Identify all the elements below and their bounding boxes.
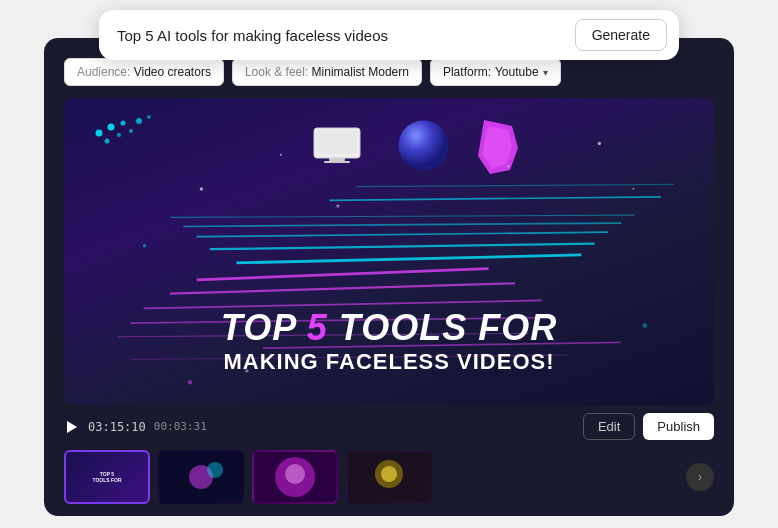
title-part1: TOP	[221, 307, 307, 348]
look-feel-value: Minimalist Modern	[312, 65, 409, 79]
svg-point-43	[285, 464, 305, 484]
platform-value: Youtube	[495, 65, 539, 79]
thumbnail-1[interactable]: TOP 5TOOLS FOR	[64, 450, 150, 504]
main-card: Audience: Video creators Look & feel: Mi…	[44, 38, 734, 516]
thumbnail-strip: TOP 5TOOLS FOR	[64, 446, 714, 504]
play-icon[interactable]	[64, 419, 80, 435]
svg-marker-37	[67, 421, 77, 433]
thumbnail-3[interactable]	[252, 450, 338, 504]
time-current: 03:15:10	[88, 420, 146, 434]
next-arrow-button[interactable]: ›	[686, 463, 714, 491]
video-title-overlay: TOP 5 TOOLS FOR MAKING FACELESS VIDEOS!	[221, 307, 557, 375]
svg-point-32	[632, 188, 634, 190]
video-preview: TOP 5 TOOLS FOR MAKING FACELESS VIDEOS!	[64, 98, 714, 405]
audience-label: Audience:	[77, 65, 130, 79]
svg-point-33	[143, 244, 146, 247]
svg-point-30	[507, 165, 509, 167]
svg-point-28	[280, 154, 282, 156]
control-bar: 03:15:10 00:03:31 Edit Publish	[64, 405, 714, 446]
svg-point-29	[336, 204, 339, 207]
look-feel-option[interactable]: Look & feel: Minimalist Modern	[232, 58, 422, 86]
thumb-1-inner: TOP 5TOOLS FOR	[66, 452, 148, 502]
svg-point-36	[643, 323, 648, 328]
options-row: Audience: Video creators Look & feel: Mi…	[64, 58, 714, 86]
chevron-down-icon: ▾	[543, 67, 548, 78]
audience-option[interactable]: Audience: Video creators	[64, 58, 224, 86]
svg-point-31	[598, 142, 601, 145]
thumb-1-label: TOP 5TOOLS FOR	[90, 469, 123, 485]
playback-controls: 03:15:10 00:03:31	[64, 419, 207, 435]
title-part2: TOOLS FOR	[328, 307, 557, 348]
platform-option[interactable]: Platform: Youtube ▾	[430, 58, 561, 86]
search-bar: Top 5 AI tools for making faceless video…	[99, 10, 679, 60]
title-highlight: 5	[307, 307, 328, 348]
edit-button[interactable]: Edit	[583, 413, 635, 440]
platform-label: Platform:	[443, 65, 491, 79]
thumbnail-2[interactable]	[158, 450, 244, 504]
action-buttons: Edit Publish	[583, 413, 714, 440]
thumb-4-inner	[348, 452, 430, 502]
svg-point-40	[207, 462, 223, 478]
time-total: 00:03:31	[154, 420, 207, 433]
svg-point-27	[200, 187, 203, 190]
app-wrapper: Top 5 AI tools for making faceless video…	[0, 0, 778, 528]
video-title-line2: MAKING FACELESS VIDEOS!	[221, 349, 557, 375]
svg-point-46	[381, 466, 397, 482]
publish-button[interactable]: Publish	[643, 413, 714, 440]
generate-button[interactable]: Generate	[575, 19, 667, 51]
thumb-3-inner	[254, 452, 336, 502]
svg-point-34	[188, 380, 193, 385]
look-feel-label: Look & feel:	[245, 65, 308, 79]
audience-value: Video creators	[134, 65, 211, 79]
thumb-2-inner	[160, 452, 242, 502]
video-title-line1: TOP 5 TOOLS FOR	[221, 307, 557, 349]
search-title: Top 5 AI tools for making faceless video…	[117, 27, 388, 44]
thumbnail-4[interactable]	[346, 450, 432, 504]
